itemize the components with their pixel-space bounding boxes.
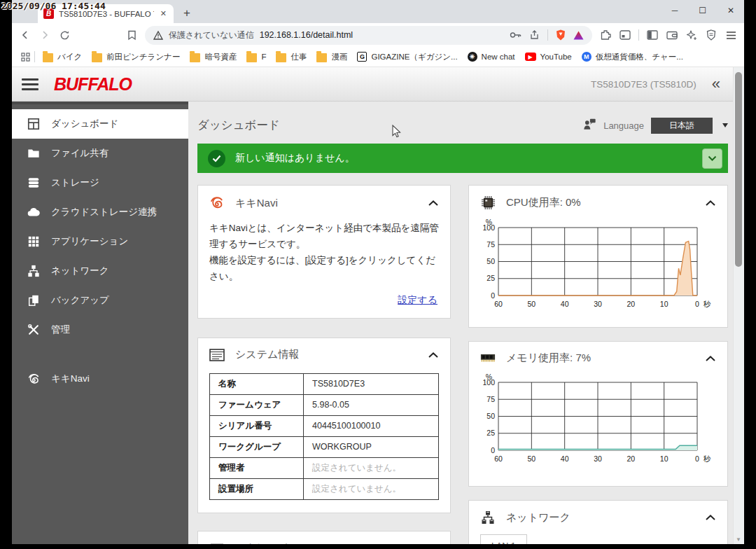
sidebar-item-label: クラウドストレージ連携 (51, 206, 157, 218)
bookmark-icon (92, 53, 102, 62)
collapse-panel-icon[interactable]: « (712, 76, 720, 92)
tab-close-icon[interactable]: ✕ (159, 9, 168, 18)
collapse-chevron-icon[interactable] (428, 197, 439, 209)
brave-shield-icon[interactable] (556, 29, 566, 41)
app-menu-icon[interactable] (22, 78, 38, 90)
sidebar-item-label: アプリケーション (51, 235, 128, 248)
bookmark-item[interactable]: バイク (38, 50, 87, 64)
bookmark-label: 仮想通貨価格、チャー... (596, 52, 683, 62)
cpu-card: CPU使用率: 0% %10075502506050403020100秒 (468, 185, 728, 328)
bookmark-icon: G (357, 52, 367, 62)
notification-banner: 新しい通知はありません。 (197, 144, 728, 173)
shield-settings-icon[interactable] (705, 29, 718, 41)
bookmark-label: F (261, 53, 266, 61)
tools-icon (27, 323, 41, 337)
bookmark-item[interactable]: M 仮想通貨価格、チャー... (577, 50, 688, 64)
sidebar-item[interactable]: ダッシュボード (12, 109, 188, 139)
sidebar-toggle-icon[interactable] (646, 29, 659, 41)
bookmark-item[interactable]: G GIGAZINE（ギガジン... (352, 50, 462, 64)
browser-menu-icon[interactable] (724, 29, 737, 41)
browser-window: B TS5810D7E3 - BUFFALO TeraStat ✕ + ─ ☐ … (12, 0, 744, 544)
sidebar-item-label: バックアップ (51, 294, 109, 307)
svg-text:50: 50 (527, 454, 536, 463)
app-header: BUFFALO TS5810D7E3 (TS5810D) « (12, 67, 733, 102)
bookmark-item[interactable]: 漫画 (312, 50, 352, 64)
extensions-icon[interactable] (599, 29, 612, 41)
svg-text:秒: 秒 (704, 454, 711, 463)
collapse-chevron-icon[interactable] (428, 349, 439, 361)
memory-usage-chart: %10075502506050403020100秒 (469, 373, 727, 478)
search-panel-icon[interactable] (619, 29, 631, 41)
language-caret-icon[interactable] (722, 123, 728, 127)
device-name: TS5810D7E3 (TS5810D) (591, 79, 696, 90)
collapse-chevron-icon[interactable] (705, 352, 716, 365)
bookmark-item[interactable]: 前田ピンチランナー (87, 50, 185, 64)
sidebar-item-label: ネットワーク (51, 265, 109, 277)
disk-drive-icon (209, 541, 225, 544)
kikinavi-setup-link[interactable]: 設定する (398, 294, 438, 305)
bookmark-label: バイク (57, 52, 82, 62)
window-close-button[interactable]: ✕ (727, 6, 734, 15)
bookmark-item[interactable]: 仕事 (271, 50, 312, 64)
system-info-table: 名称TS5810D7E3ファームウェア5.98-0.05シリアル番号404451… (209, 373, 439, 500)
network-title: ネットワーク (506, 511, 694, 524)
system-info-card: システム情報 名称TS5810D7E3ファームウェア5.98-0.05シリアル番… (197, 338, 451, 513)
bookmark-item[interactable]: ▶ YouTube (520, 51, 577, 62)
storage-icon (27, 176, 41, 190)
new-tab-button[interactable]: + (183, 6, 190, 20)
forward-icon[interactable] (38, 29, 51, 41)
sidebar-item-label: ダッシュボード (51, 118, 118, 130)
language-select[interactable]: 日本語 (651, 118, 713, 134)
cpu-chip-icon (480, 195, 496, 210)
sidebar-item-label: ファイル共有 (51, 147, 108, 160)
collapse-chevron-icon[interactable] (705, 197, 716, 209)
collapse-chevron-icon[interactable] (705, 511, 716, 524)
memory-usage-title: メモリ使用率: 7% (506, 352, 694, 365)
security-warning-text: 保護されていない通信 (169, 29, 254, 41)
bookmarks-list: バイク 前田ピンチランナー 暗号資産 F (38, 50, 688, 64)
cpu-usage-chart: %10075502506050403020100秒 (469, 218, 727, 324)
page-scrollbar[interactable]: ▼ (733, 67, 744, 544)
sparkle-star-icon[interactable] (685, 29, 698, 41)
bookmark-flag-icon[interactable] (125, 29, 138, 41)
sidebar-item[interactable]: クラウドストレージ連携 (12, 197, 188, 227)
tab-lan1[interactable]: LAN 1 (480, 534, 527, 544)
key-icon[interactable] (510, 31, 522, 39)
brave-rewards-triangle-icon[interactable] (573, 31, 584, 40)
svg-text:50: 50 (486, 257, 495, 265)
bookmark-icon: ✳ (468, 52, 477, 62)
scrollbar-down-arrow[interactable]: ▼ (736, 536, 741, 543)
sidebar-item[interactable]: アプリケーション (12, 227, 188, 256)
kikinavi-title: キキNavi (235, 197, 417, 210)
sidebar-item[interactable]: ストレージ (12, 168, 188, 197)
window-maximize-button[interactable]: ☐ (699, 6, 706, 15)
notification-expand-button[interactable] (702, 148, 722, 169)
network-icon (27, 264, 41, 278)
sidebar-item[interactable]: 管理 (12, 315, 188, 345)
cloud-icon (27, 205, 41, 219)
kikinavi-card: キキNavi キキNaviとは、インターネット経由で本製品を遠隔管理するサービス… (197, 185, 451, 319)
svg-text:100: 100 (482, 378, 495, 387)
window-minimize-button[interactable]: ─ (672, 6, 678, 15)
table-row: シリアル番号40445100100010 (210, 415, 439, 436)
svg-text:40: 40 (561, 454, 569, 463)
mouse-cursor (392, 125, 402, 139)
wallet-icon[interactable] (666, 29, 678, 41)
sidebar-item[interactable]: ネットワーク (12, 256, 188, 286)
bookmark-item[interactable]: ✳ New chat (463, 50, 520, 63)
address-bar[interactable]: 保護されていない通信 192.168.1.16/detail.html (145, 26, 592, 45)
back-icon[interactable] (19, 29, 31, 41)
share-icon[interactable] (529, 30, 540, 40)
reload-icon[interactable] (58, 29, 71, 41)
collapse-chevron-icon[interactable] (428, 541, 439, 544)
sidebar-item[interactable]: キキNavi (12, 364, 188, 394)
sidebar-item[interactable]: ファイル共有 (12, 139, 188, 168)
buffalo-logo: BUFFALO (54, 74, 132, 95)
language-label: Language (603, 120, 644, 131)
bookmark-item[interactable]: F (241, 50, 271, 64)
scrollbar-thumb[interactable] (735, 72, 742, 267)
sidebar-item[interactable]: バックアップ (12, 286, 188, 315)
url-text[interactable]: 192.168.1.16/detail.html (260, 30, 504, 40)
apps-grid-icon[interactable] (19, 50, 31, 63)
bookmark-item[interactable]: 暗号資産 (185, 50, 241, 64)
